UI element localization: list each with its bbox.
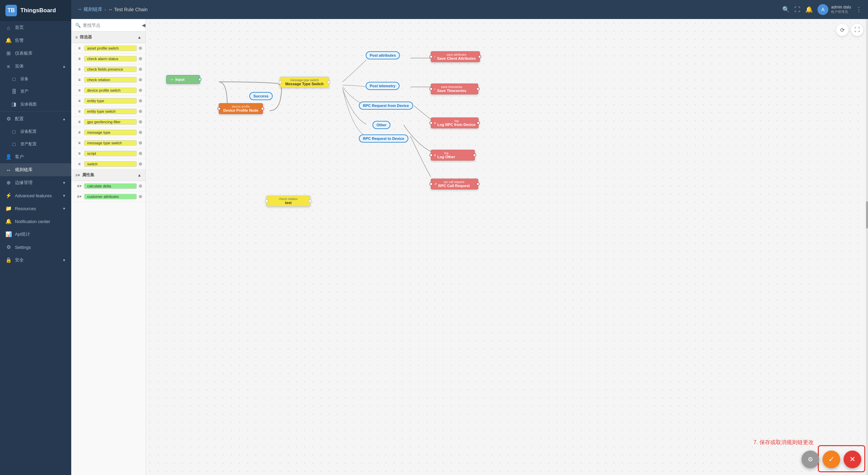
flow-node-save-attributes[interactable]: ↑ save attributes Save Client Attributes (431, 51, 480, 62)
flow-node-check-relation-test[interactable]: check relation test (266, 196, 310, 206)
sidebar-item-rule-chains[interactable]: ↔ 规则链库 (0, 163, 71, 176)
sidebar-item-asset-config[interactable]: □ 资产配置 (0, 138, 71, 150)
flow-badge-post-attributes[interactable]: Post attributes (366, 51, 400, 59)
node-chip: script (84, 151, 137, 156)
sidebar-item-api[interactable]: 📊 Api统计 (0, 228, 71, 241)
flow-badge-success[interactable]: Success (249, 92, 273, 100)
resources-icon: 📁 (5, 205, 12, 212)
sidebar-item-config[interactable]: ⚙ 配置 ▲ (0, 112, 71, 125)
user-menu[interactable]: A admin dalu 租户管理员 (817, 4, 851, 15)
hint-text: 7. 保存或取消规则链更改 (753, 439, 814, 446)
sidebar-item-label: Api统计 (15, 231, 30, 237)
sidebar-item-security[interactable]: 🔒 安全 ▼ (0, 254, 71, 267)
list-item[interactable]: ≡ entity type switch (71, 106, 146, 117)
flow-badge-post-telemetry[interactable]: Post telemetry (366, 82, 400, 90)
chevron-down-icon: ▼ (62, 181, 66, 185)
settings-button[interactable]: ⚙ (802, 451, 819, 468)
device-config-icon: □ (11, 129, 17, 134)
msg-type-label: Message Type Switch (283, 82, 326, 86)
list-item[interactable]: ≡+ calculate delta (71, 181, 146, 191)
edge-icon: ⊕ (5, 180, 12, 186)
history-button[interactable]: ⟳ (836, 24, 848, 36)
node-icon: ≡ (77, 77, 82, 83)
notification-icon[interactable]: 🔔 (805, 6, 813, 13)
node-icon: ≡ (77, 56, 82, 61)
collapse-panel-button[interactable]: ◀ (142, 22, 146, 28)
confirm-button[interactable]: ✓ (823, 451, 840, 468)
list-item[interactable]: ≡ switch (71, 159, 146, 169)
sidebar-item-alerts[interactable]: 🔔 告警 (0, 34, 71, 47)
list-item[interactable]: ≡ script (71, 148, 146, 159)
notif-icon: 🔔 (5, 218, 12, 224)
sidebar-item-entity[interactable]: ≡ 实体 ▲ (0, 60, 71, 73)
list-item[interactable]: ≡+ customer attributes (71, 191, 146, 202)
fullscreen-canvas-button[interactable]: ⛶ (851, 24, 863, 36)
list-item[interactable]: ≡ entity type (71, 96, 146, 106)
sidebar-item-notifications[interactable]: 🔔 Notification center (0, 215, 71, 228)
topbar: ↔ 规则链库 › ↔ Test Rule Chain 🔍 ⛶ 🔔 A admin… (71, 0, 868, 19)
flow-badge-other[interactable]: Other (372, 121, 390, 129)
sidebar-item-home[interactable]: ⌂ 首页 (0, 21, 71, 34)
list-item[interactable]: ≡ gps geofencing filter (71, 117, 146, 127)
sidebar-item-device-config[interactable]: □ 设备配置 (0, 125, 71, 138)
grid-icon: ⊞ (5, 50, 12, 56)
fullscreen-icon[interactable]: ⛶ (794, 6, 801, 13)
sidebar-item-edge[interactable]: ⊕ 边缘管理 ▼ (0, 176, 71, 189)
breadcrumb-separator: › (104, 7, 106, 12)
canvas[interactable]: → Input device profile Device Profile No… (146, 19, 868, 475)
list-item[interactable]: ≡ device profile switch (71, 85, 146, 96)
node-chip: entity type (84, 98, 137, 104)
post-attributes-label: Post attributes (370, 53, 396, 57)
sidebar-item-label: 资产 (20, 89, 28, 94)
sidebar-item-label: 设备配置 (20, 129, 37, 134)
list-item[interactable]: ≡ asset profile switch (71, 43, 146, 54)
node-icon: ≡+ (77, 183, 82, 189)
flow-node-log-rpc[interactable]: ≡ log Log RPC from Device (431, 117, 479, 128)
flow-node-rpc-call-request[interactable]: ↗ rpc call request RPC Call Request (431, 179, 478, 189)
search-icon[interactable]: 🔍 (782, 6, 790, 13)
topbar-right: 🔍 ⛶ 🔔 A admin dalu 租户管理员 ⋮ (782, 4, 862, 15)
flow-node-device-profile[interactable]: device profile Device Profile Node (219, 103, 263, 114)
sidebar-item-label: Resources (15, 206, 36, 211)
breadcrumb-rule-chains[interactable]: ↔ 规则链库 (77, 6, 102, 13)
flow-badge-rpc-from-device[interactable]: RPC Request from Device (359, 102, 413, 110)
flow-node-save-timeseries[interactable]: ↑ save timeseries Save Timeseries (431, 84, 478, 94)
list-item[interactable]: ≡ message type (71, 127, 146, 138)
list-item[interactable]: ≡ check alarm status (71, 54, 146, 64)
flow-node-input[interactable]: → Input (166, 75, 200, 84)
node-icon: ≡ (77, 98, 82, 104)
node-dot (139, 195, 142, 198)
flow-badge-rpc-to-device[interactable]: RPC Request to Device (359, 134, 408, 143)
sidebar-item-devices[interactable]: □ 设备 (0, 73, 71, 85)
sidebar-item-dashboard[interactable]: ⊞ 仪表板库 (0, 47, 71, 60)
sidebar-item-assets[interactable]: 🗄 资产 (0, 85, 71, 98)
log-other-icon: ≡ (434, 153, 436, 157)
list-item[interactable]: ≡ check fields presence (71, 64, 146, 75)
list-item[interactable]: ≡ message type switch (71, 138, 146, 148)
sidebar-item-advanced[interactable]: ⚡ Advanced features ▼ (0, 189, 71, 202)
other-label: Other (377, 123, 386, 127)
rpc-call-icon: ↗ (434, 182, 437, 186)
sidebar-item-resources[interactable]: 📁 Resources ▼ (0, 202, 71, 215)
cancel-button[interactable]: ✕ (844, 451, 861, 468)
node-icon: ≡ (77, 88, 82, 93)
flow-node-log-other[interactable]: ≡ log Log Other (431, 150, 475, 161)
flow-node-msg-type-switch[interactable]: message type switch Message Type Switch (280, 77, 329, 88)
list-item[interactable]: ≡ check relation (71, 75, 146, 85)
customers-icon: 👤 (5, 154, 12, 160)
user-role: 租户管理员 (831, 10, 851, 14)
search-input[interactable] (83, 23, 140, 28)
more-icon[interactable]: ⋮ (856, 6, 862, 13)
save-ts-sublabel: save timeseries (437, 85, 466, 89)
logo-icon: TB (5, 5, 17, 16)
filters-section-header[interactable]: ≡ 筛选器 ▲ (71, 32, 146, 43)
canvas-scrollbar[interactable] (866, 19, 868, 475)
node-chip: entity type switch (84, 109, 137, 114)
breadcrumb: ↔ 规则链库 › ↔ Test Rule Chain (77, 6, 148, 13)
post-telemetry-label: Post telemetry (370, 84, 396, 88)
attributes-section-header[interactable]: ≡+ 属性集 ▲ (71, 169, 146, 181)
user-name: admin dalu (831, 5, 851, 10)
sidebar-item-entity-view[interactable]: ◨ 实体视图 (0, 98, 71, 111)
sidebar-item-customers[interactable]: 👤 客户 (0, 150, 71, 163)
sidebar-item-settings[interactable]: ⚙ Settings (0, 241, 71, 254)
